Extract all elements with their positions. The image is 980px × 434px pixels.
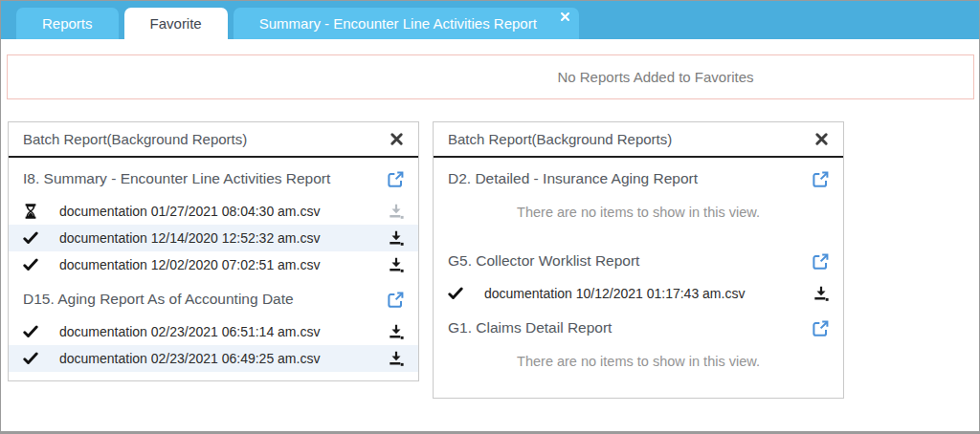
tab-favorite[interactable]: Favorite (124, 8, 228, 39)
report-file-row[interactable]: documentation 12/02/2020 07:02:51 am.csv (9, 251, 418, 278)
hourglass-icon (23, 204, 38, 219)
download-icon[interactable] (389, 257, 404, 272)
tab-reports[interactable]: Reports (16, 8, 119, 39)
tab-summary-encounter-line-activities-report[interactable]: Summary - Encounter Line Activities Repo… (234, 8, 579, 39)
favorites-empty-banner: No Reports Added to Favorites (7, 54, 974, 99)
file-name: documentation 12/02/2020 07:02:51 am.csv (59, 257, 389, 272)
panel-title: Batch Report(Background Reports) (448, 131, 814, 147)
download-icon[interactable] (389, 230, 404, 246)
panel-header: Batch Report(Background Reports) (9, 122, 418, 158)
batch-report-panels: Batch Report(Background Reports) I8. Sum… (8, 121, 979, 399)
close-icon[interactable] (560, 11, 570, 22)
report-name: I8. Summary - Encounter Line Activities … (23, 170, 388, 187)
report-group-title: G5. Collector Worklist Report (434, 240, 843, 280)
report-file-row[interactable]: documentation 02/23/2021 06:51:14 am.csv (9, 318, 418, 345)
report-group-title: D15. Aging Report As of Accounting Date (9, 278, 418, 318)
file-name: documentation 10/12/2021 01:17:43 am.csv (484, 286, 813, 301)
download-icon[interactable] (389, 351, 404, 366)
panel-body: I8. Summary - Encounter Line Activities … (9, 158, 418, 380)
close-icon[interactable] (814, 132, 829, 146)
batch-report-panel-left: Batch Report(Background Reports) I8. Sum… (8, 121, 419, 381)
app-window: Reports Favorite Summary - Encounter Lin… (0, 0, 980, 434)
report-name: D2. Detailed - Insurance Aging Report (448, 170, 813, 187)
file-name: documentation 02/23/2021 06:51:14 am.csv (59, 324, 389, 339)
external-link-icon[interactable] (388, 171, 404, 187)
report-name: G1. Claims Detail Report (448, 319, 813, 336)
check-icon (448, 286, 463, 301)
report-name: D15. Aging Report As of Accounting Date (23, 291, 388, 308)
report-tab-bar: Reports Favorite Summary - Encounter Lin… (1, 1, 979, 39)
close-icon[interactable] (390, 132, 404, 146)
file-name: documentation 02/23/2021 06:49:25 am.csv (59, 351, 389, 366)
file-name: documentation 01/27/2021 08:04:30 am.csv (59, 204, 389, 219)
empty-list-message: There are no items to show in this view. (434, 198, 843, 240)
external-link-icon[interactable] (813, 171, 829, 187)
panel-header: Batch Report(Background Reports) (434, 122, 843, 158)
report-group-title: I8. Summary - Encounter Line Activities … (9, 158, 418, 198)
report-group-title: G1. Claims Detail Report (434, 307, 843, 347)
tab-label: Reports (42, 15, 93, 32)
tab-label: Favorite (150, 15, 202, 32)
check-icon (23, 230, 38, 246)
favorites-empty-message: No Reports Added to Favorites (557, 69, 753, 85)
download-icon[interactable] (813, 286, 829, 301)
download-icon (389, 204, 404, 219)
check-icon (23, 351, 38, 366)
empty-list-message: There are no items to show in this view. (434, 347, 843, 389)
report-file-row[interactable]: documentation 02/23/2021 06:49:25 am.csv (9, 345, 418, 372)
tab-label: Summary - Encounter Line Activities Repo… (259, 15, 537, 32)
file-name: documentation 12/14/2020 12:52:32 am.csv (59, 230, 389, 246)
panel-title: Batch Report(Background Reports) (23, 131, 390, 147)
external-link-icon[interactable] (813, 253, 829, 270)
report-file-row[interactable]: documentation 10/12/2021 01:17:43 am.csv (434, 280, 843, 307)
download-icon[interactable] (389, 324, 404, 339)
external-link-icon[interactable] (388, 292, 404, 308)
check-icon (23, 324, 38, 339)
report-name: G5. Collector Worklist Report (448, 252, 813, 270)
report-file-row[interactable]: documentation 12/14/2020 12:52:32 am.csv (9, 225, 418, 251)
panel-body: D2. Detailed - Insurance Aging Report Th… (434, 158, 843, 398)
check-icon (23, 257, 38, 272)
report-group-title: D2. Detailed - Insurance Aging Report (434, 158, 843, 198)
external-link-icon[interactable] (813, 320, 829, 336)
report-file-row[interactable]: documentation 01/27/2021 08:04:30 am.csv (9, 198, 418, 225)
batch-report-panel-right: Batch Report(Background Reports) D2. Det… (433, 121, 844, 399)
